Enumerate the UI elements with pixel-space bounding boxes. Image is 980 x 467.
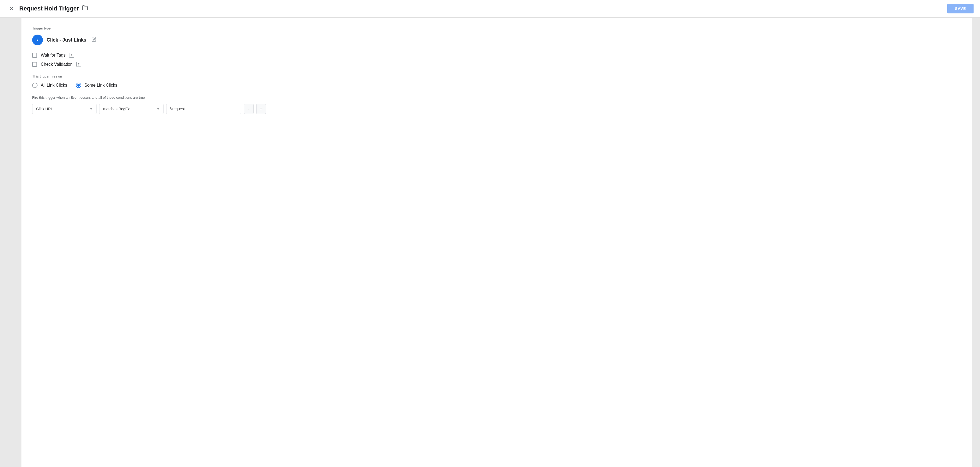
- condition-row: Click URL ▼ matches RegEx ▼ - +: [32, 104, 961, 114]
- condition-dropdown-1-value: Click URL: [36, 107, 53, 111]
- check-validation-checkbox[interactable]: [32, 62, 37, 67]
- check-validation-help[interactable]: ?: [76, 62, 81, 67]
- checkboxes-section: Wait for Tags ? Check Validation ?: [32, 53, 961, 67]
- radio-row: All Link Clicks Some Link Clicks: [32, 83, 961, 88]
- radio-all-link-clicks[interactable]: All Link Clicks: [32, 83, 67, 88]
- radio-some-link-clicks[interactable]: Some Link Clicks: [76, 83, 118, 88]
- radio-some-label: Some Link Clicks: [84, 83, 118, 88]
- condition-dropdown-1[interactable]: Click URL ▼: [32, 104, 97, 114]
- check-validation-label: Check Validation: [41, 62, 73, 67]
- dropdown-2-arrow: ▼: [157, 108, 159, 110]
- radio-some-outer: [76, 83, 81, 88]
- radio-all-label: All Link Clicks: [41, 83, 67, 88]
- save-button[interactable]: SAVE: [947, 4, 974, 13]
- minus-icon: -: [248, 106, 250, 112]
- trigger-type-label: Trigger type: [32, 26, 961, 30]
- add-condition-button[interactable]: +: [256, 104, 266, 114]
- radio-some-inner: [77, 84, 80, 87]
- trigger-type-name: Click - Just Links: [47, 37, 86, 43]
- close-button[interactable]: ✕: [6, 4, 16, 13]
- condition-value-input[interactable]: [166, 104, 241, 114]
- remove-condition-button[interactable]: -: [244, 104, 254, 114]
- plus-icon: +: [260, 106, 263, 112]
- mouse-click-icon: [35, 37, 40, 43]
- wait-for-tags-checkbox[interactable]: [32, 53, 37, 58]
- conditions-label: Fire this trigger when an Event occurs a…: [32, 96, 961, 99]
- edit-icon[interactable]: [92, 37, 97, 43]
- close-icon: ✕: [9, 5, 14, 12]
- condition-dropdown-2[interactable]: matches RegEx ▼: [99, 104, 164, 114]
- check-validation-row: Check Validation ?: [32, 62, 961, 67]
- wait-for-tags-row: Wait for Tags ?: [32, 53, 961, 58]
- conditions-section: Fire this trigger when an Event occurs a…: [32, 96, 961, 114]
- sidebar-right: [972, 18, 980, 467]
- page-title: Request Hold Trigger: [19, 5, 79, 12]
- content-panel: Trigger type Click - Just Links: [21, 18, 972, 467]
- fires-on-section: This trigger fires on All Link Clicks So…: [32, 74, 961, 88]
- header: ✕ Request Hold Trigger SAVE: [0, 0, 980, 17]
- condition-dropdown-2-value: matches RegEx: [103, 107, 130, 111]
- trigger-type-row: Click - Just Links: [32, 35, 961, 45]
- wait-for-tags-label: Wait for Tags: [41, 53, 65, 58]
- dropdown-1-arrow: ▼: [90, 108, 92, 110]
- folder-icon[interactable]: [82, 5, 88, 12]
- main-container: Trigger type Click - Just Links: [0, 18, 980, 467]
- trigger-type-icon: [32, 35, 43, 45]
- radio-all-outer: [32, 83, 38, 88]
- fires-on-label: This trigger fires on: [32, 74, 961, 78]
- sidebar-left: [0, 18, 21, 467]
- wait-for-tags-help[interactable]: ?: [69, 53, 74, 58]
